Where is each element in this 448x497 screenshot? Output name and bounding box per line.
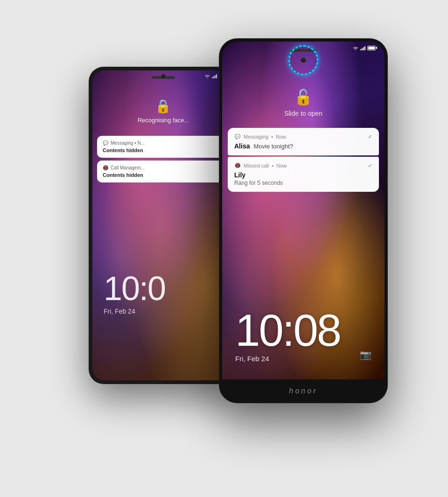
front-signal-icon [360, 46, 365, 50]
messaging-notification[interactable]: 💬 Messaging • Now ✓ Alisa Movie tonight? [228, 128, 379, 155]
missed-call-dot: • [272, 163, 273, 168]
back-time: 10:0 [104, 269, 165, 308]
missed-call-subtitle: Rang for 5 seconds [234, 180, 372, 186]
back-notifications: 💬 Messaging • N... Contents hidden 📵 Cal… [97, 136, 230, 185]
back-call-label: Call Managem... [111, 165, 145, 170]
front-camera [301, 57, 306, 63]
face-recognition-area [288, 45, 318, 75]
missed-call-time: Now [276, 163, 287, 168]
volume-up-button[interactable] [387, 132, 387, 160]
phone-front: 🔓 Slide to open 💬 Messaging • Now ✓ Alis… [219, 39, 387, 403]
missed-call-sender: Lily [234, 171, 245, 179]
back-messaging-label: Messaging • N... [111, 140, 145, 146]
camera-shortcut[interactable]: 📷 [360, 349, 371, 360]
back-notif-messaging: 💬 Messaging • N... Contents hidden [97, 136, 230, 158]
messaging-check: ✓ [368, 133, 372, 140]
back-lock-area: 🔒 Recognising face... [138, 98, 189, 124]
slide-text: Slide to open [284, 110, 322, 117]
messaging-app-label: Messaging [244, 134, 268, 140]
honor-branding-bar: honor [219, 379, 387, 403]
missed-call-notification[interactable]: 📵 Missed call • Now ✓ Lily Rang for 5 se… [228, 157, 379, 192]
messaging-dot: • [271, 134, 273, 140]
phone-back: 🔒 Recognising face... 💬 Messaging • N...… [89, 67, 238, 384]
front-battery-icon [367, 46, 377, 50]
honor-logo-text: honor [289, 387, 318, 395]
notification-divider [227, 156, 380, 157]
signal-icon [212, 74, 217, 78]
unlock-icon: 🔓 [294, 88, 313, 106]
missed-call-check: ✓ [368, 162, 372, 169]
wifi-icon [204, 74, 210, 78]
back-call-icon: 📵 [103, 165, 108, 170]
missed-call-app-label: Missed call [244, 163, 269, 168]
back-messaging-icon: 💬 [103, 140, 108, 146]
phones-container: 🔒 Recognising face... 💬 Messaging • N...… [61, 39, 387, 459]
back-status-bar [92, 70, 234, 82]
messaging-time: Now [276, 134, 286, 140]
back-messaging-content: Contents hidden [103, 147, 224, 153]
front-time: 10:08 [235, 308, 340, 353]
volume-down-button[interactable] [387, 169, 387, 188]
back-call-content: Contents hidden [103, 172, 224, 178]
messaging-app-icon: 💬 [234, 133, 241, 140]
messaging-message: Movie tonight? [253, 143, 293, 150]
back-date: Fri, Feb 24 [104, 308, 135, 315]
front-wifi-icon [353, 46, 358, 50]
messaging-sender: Alisa [234, 142, 250, 150]
missed-call-app-icon: 📵 [234, 162, 241, 169]
lock-icon: 🔒 [155, 98, 171, 114]
recognising-text: Recognising face... [138, 117, 189, 124]
back-notif-call: 📵 Call Managem... Contents hidden [97, 161, 230, 182]
front-notifications: 💬 Messaging • Now ✓ Alisa Movie tonight? [228, 128, 379, 193]
back-time-area: 10:0 Fri, Feb 24 [92, 269, 234, 315]
front-date: Fri, Feb 24 [235, 355, 269, 363]
slide-to-open-area[interactable]: 🔓 Slide to open [222, 88, 385, 117]
power-button[interactable] [219, 141, 220, 179]
